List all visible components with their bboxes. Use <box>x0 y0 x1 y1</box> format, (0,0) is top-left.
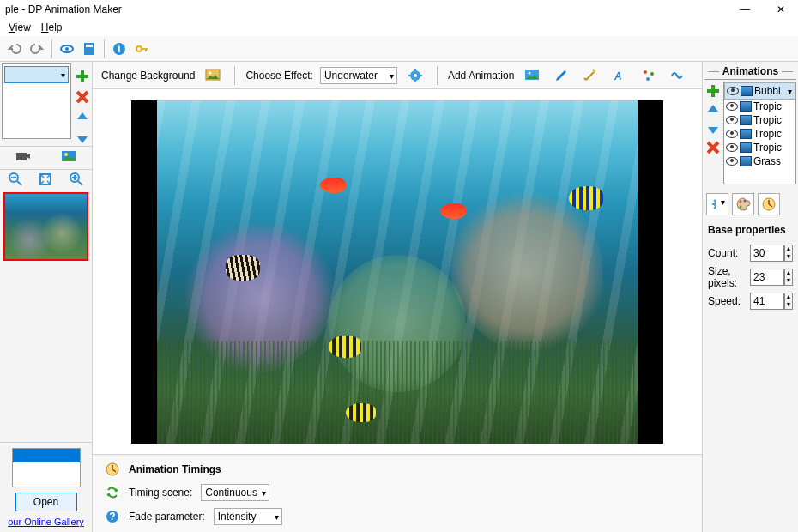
wand-tool-icon[interactable] <box>580 65 601 86</box>
animation-row[interactable]: Tropic <box>724 100 795 113</box>
scene-tools-row <box>0 146 92 169</box>
animation-row[interactable]: Tropic <box>724 113 795 127</box>
svg-point-30 <box>744 200 747 203</box>
animation-row[interactable]: Tropic <box>724 141 795 154</box>
animation-row[interactable]: Grass <box>724 154 795 168</box>
close-button[interactable]: ✕ <box>769 1 793 18</box>
camera-icon[interactable] <box>15 150 31 166</box>
info-button[interactable]: i <box>109 39 130 59</box>
size-input[interactable]: 23 <box>750 269 784 286</box>
visibility-icon[interactable] <box>726 116 738 124</box>
svg-point-1 <box>65 47 69 51</box>
add-image-animation-icon[interactable] <box>522 65 542 86</box>
animation-type-icon <box>740 142 752 153</box>
animation-up-icon[interactable] <box>705 102 721 118</box>
svg-point-9 <box>64 153 68 156</box>
svg-point-18 <box>529 71 531 74</box>
visibility-icon[interactable] <box>726 130 738 138</box>
zoom-in-icon[interactable] <box>69 172 84 187</box>
scene-up-icon[interactable] <box>75 110 90 125</box>
timings-title: Animation Timings <box>129 463 221 475</box>
online-gallery-link[interactable]: our Online Gallery <box>8 517 84 527</box>
add-animation-icon[interactable] <box>705 83 721 99</box>
zoom-out-icon[interactable] <box>8 172 23 187</box>
list-item <box>13 462 80 476</box>
fish-sprite <box>320 178 346 193</box>
scene-thumb[interactable] <box>4 66 69 83</box>
visibility-icon[interactable] <box>726 143 738 152</box>
key-button[interactable] <box>131 39 152 59</box>
fish-sprite <box>440 203 466 219</box>
animation-row[interactable]: Bubbl <box>724 82 795 100</box>
scene-list[interactable] <box>2 63 71 139</box>
animation-label: Tropic <box>753 142 782 154</box>
menu-view[interactable]: View <box>9 21 31 33</box>
delete-scene-icon[interactable] <box>75 89 90 105</box>
speed-spinner[interactable]: ▲▼ <box>784 293 793 310</box>
animations-list[interactable]: Bubbl Tropic Tropic Tropic Tropic Grass <box>723 82 796 184</box>
timings-panel: Animation Timings Timing scene: Continuo… <box>93 454 702 532</box>
svg-point-23 <box>646 77 650 81</box>
scene-down-icon[interactable] <box>75 130 90 146</box>
size-label: Size, pixels: <box>708 265 745 289</box>
image-icon[interactable] <box>61 150 76 166</box>
fish-sprite <box>226 255 260 281</box>
effect-settings-button[interactable] <box>405 65 426 86</box>
visibility-icon[interactable] <box>726 102 738 111</box>
svg-point-14 <box>209 71 212 74</box>
minimize-button[interactable]: — <box>733 1 757 18</box>
brush-tool-icon[interactable] <box>551 65 571 86</box>
animation-type-icon <box>741 86 753 96</box>
open-button[interactable]: Open <box>15 493 77 511</box>
separator <box>51 39 52 58</box>
animation-type-icon <box>740 101 752 112</box>
animation-label: Grass <box>753 155 781 167</box>
svg-point-29 <box>740 206 742 209</box>
export-button[interactable] <box>79 39 100 59</box>
zoom-fit-icon[interactable] <box>38 172 53 187</box>
list-item[interactable] <box>13 449 80 462</box>
help-icon[interactable]: ? <box>105 509 120 524</box>
project-list[interactable] <box>12 448 81 487</box>
count-input[interactable]: 30 <box>750 245 784 262</box>
count-spinner[interactable]: ▲▼ <box>784 245 793 262</box>
main-toolbar: i <box>0 36 798 62</box>
svg-point-6 <box>136 46 142 51</box>
animation-type-icon <box>740 115 752 125</box>
visibility-icon[interactable] <box>726 157 738 166</box>
size-spinner[interactable]: ▲▼ <box>784 269 793 286</box>
window-title: ple - DP Animation Maker <box>5 3 733 15</box>
timing-scene-select[interactable]: Continuous <box>201 484 269 501</box>
properties-title: Base properties <box>708 224 793 236</box>
undo-button[interactable] <box>4 39 25 59</box>
speed-input[interactable]: 41 <box>750 293 784 310</box>
preview-thumb[interactable] <box>3 192 88 261</box>
add-scene-icon[interactable] <box>75 69 90 84</box>
menu-help[interactable]: Help <box>41 21 63 33</box>
preview-button[interactable] <box>57 39 77 59</box>
svg-text:i: i <box>118 43 120 55</box>
svg-rect-3 <box>86 45 93 47</box>
change-background-button[interactable] <box>203 65 223 86</box>
animation-down-icon[interactable] <box>705 121 721 136</box>
scene-render[interactable] <box>157 100 638 444</box>
right-panel: Animations Bubbl Tropic Tropic Tropic Tr… <box>702 62 798 532</box>
wave-tool-icon[interactable] <box>668 65 688 86</box>
titlebar: ple - DP Animation Maker — ✕ <box>0 0 798 19</box>
particle-tool-icon[interactable] <box>638 65 659 86</box>
color-properties-tab[interactable] <box>732 193 754 215</box>
redo-button[interactable] <box>27 39 47 59</box>
visibility-icon[interactable] <box>727 87 739 95</box>
base-properties-tab[interactable] <box>706 193 728 215</box>
timing-properties-tab[interactable] <box>758 193 780 215</box>
text-tool-icon[interactable]: A <box>609 65 630 86</box>
animation-row[interactable]: Tropic <box>724 127 795 141</box>
menubar: View Help <box>0 19 798 36</box>
separator <box>104 39 105 58</box>
animations-header: Animations <box>704 65 796 80</box>
svg-point-16 <box>414 74 417 77</box>
delete-animation-icon[interactable] <box>705 140 721 155</box>
fade-parameter-select[interactable]: Intensity <box>214 508 282 525</box>
fish-sprite <box>329 336 361 358</box>
effect-select[interactable]: Underwater <box>320 67 397 84</box>
